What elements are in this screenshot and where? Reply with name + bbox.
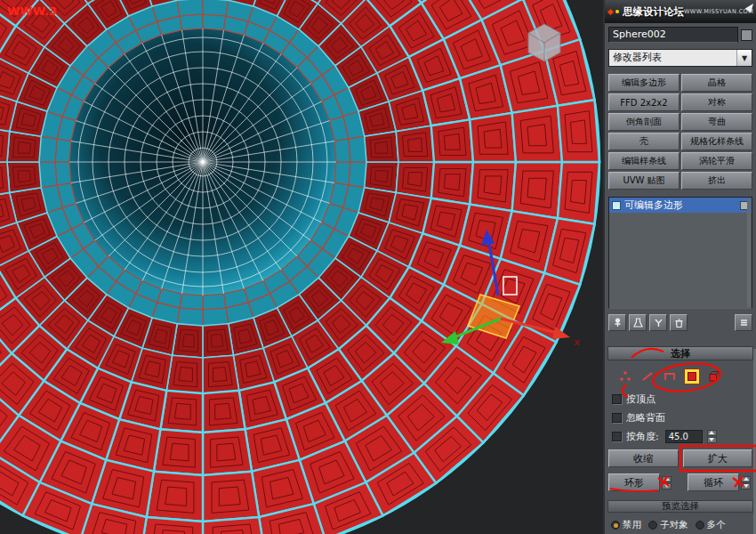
spinner-down-icon[interactable] [709, 438, 714, 441]
radio-subobj-label: 子对象 [660, 519, 688, 531]
radio-selected-icon[interactable] [611, 521, 620, 530]
angle-spinner[interactable] [707, 430, 717, 443]
loop-spinner[interactable] [741, 476, 751, 490]
btn-uvw-map[interactable]: UVW 贴图 [608, 172, 680, 190]
modifier-stack-list[interactable]: 可编辑多边形 [608, 197, 752, 309]
edge-mode-icon[interactable] [639, 368, 655, 384]
editable-poly-icon [612, 201, 621, 210]
spinner-up-icon[interactable] [744, 477, 749, 481]
btn-edit-poly[interactable]: 编辑多边形 [608, 74, 680, 92]
preview-selection-radios: 禁用 子对象 多个 [611, 519, 756, 531]
watermark-header: 思缘设计论坛 WWW.MISSYUAN.COM [605, 0, 756, 23]
pin-stack-button[interactable] [608, 314, 626, 331]
shrink-grow-row: 收缩 扩大 [608, 449, 752, 467]
radio-multiple-label: 多个 [707, 519, 726, 531]
btn-extrude[interactable]: 挤出 [681, 172, 752, 190]
border-mode-icon[interactable] [662, 368, 678, 384]
btn-bevel-profile[interactable]: 倒角剖面 [608, 113, 680, 131]
stack-item-editable-poly[interactable]: 可编辑多边形 [609, 198, 752, 213]
ignore-backfacing-label: 忽略背面 [626, 411, 665, 425]
radio-icon[interactable] [648, 521, 657, 530]
stack-tool-strip [608, 314, 752, 331]
btn-ffd-2x2x2[interactable]: FFD 2x2x2 [608, 93, 680, 111]
object-color-swatch[interactable] [741, 29, 752, 41]
stack-scrollbar[interactable] [747, 198, 751, 307]
ring-spinner[interactable] [662, 476, 672, 490]
viewport-watermark: WWW.3 [7, 4, 57, 18]
checkbox-by-vertex[interactable]: 按顶点 [612, 392, 756, 405]
object-name-field[interactable]: Sphere002 [608, 27, 738, 43]
radio-disable-label: 禁用 [623, 519, 641, 531]
by-angle-checkbox-icon[interactable] [612, 432, 622, 441]
spinner-up-icon[interactable] [664, 477, 670, 481]
checkbox-by-angle[interactable]: 按角度: 45.0 [612, 430, 756, 442]
grow-button[interactable]: 扩大 [683, 449, 753, 467]
selection-rollout-header[interactable]: 选择 [607, 346, 753, 360]
vertex-mode-icon[interactable] [617, 368, 633, 384]
selection-rollout-title: 选择 [671, 347, 690, 360]
modifier-list-label: 修改器列表 [609, 50, 736, 66]
radio-multiple[interactable]: 多个 [696, 519, 726, 531]
modifier-button-grid: 编辑多边形 晶格 FFD 2x2x2 对称 倒角剖面 弯曲 壳 规格化样条线 编… [608, 74, 752, 190]
spinner-up-icon[interactable] [709, 431, 714, 434]
modifier-list-dropdown[interactable]: 修改器列表 ▼ [608, 49, 752, 67]
radio-disable[interactable]: 禁用 [611, 519, 641, 531]
chevron-down-icon[interactable]: ▼ [736, 50, 752, 66]
btn-normalize-spline[interactable]: 规格化样条线 [681, 133, 752, 150]
decor-dot-icon [615, 10, 619, 13]
configure-modifier-sets-button[interactable] [735, 314, 752, 331]
stack-item-label: 可编辑多边形 [624, 198, 683, 212]
make-unique-button[interactable] [649, 314, 667, 331]
btn-shell[interactable]: 壳 [608, 133, 680, 150]
show-end-result-button[interactable] [629, 314, 647, 331]
decor-diamond-icon [607, 8, 614, 14]
btn-symmetry[interactable]: 对称 [681, 93, 752, 111]
ignore-backfacing-checkbox-icon[interactable] [612, 413, 622, 423]
preview-selection-header: 预览选择 [607, 500, 753, 513]
spinner-down-icon[interactable] [664, 484, 670, 488]
by-angle-label: 按角度: [626, 430, 659, 443]
btn-bend[interactable]: 弯曲 [681, 113, 752, 131]
app-window: x WWW.3 思缘设计论坛 WWW.MISSYUAN.COM Sphere00… [0, 0, 756, 534]
ring-loop-row: 环形 循环 [608, 473, 752, 491]
watermark-brand: 思缘设计论坛 [623, 5, 684, 19]
btn-lattice[interactable]: 晶格 [681, 74, 752, 92]
viewport-3d[interactable]: x WWW.3 [0, 0, 603, 534]
ring-button[interactable]: 环形 [608, 473, 660, 491]
btn-edit-spline[interactable]: 编辑样条线 [608, 152, 680, 170]
remove-modifier-button[interactable] [670, 314, 688, 331]
loop-button[interactable]: 循环 [688, 473, 739, 491]
btn-turbosmooth[interactable]: 涡轮平滑 [681, 152, 752, 170]
angle-threshold-field[interactable]: 45.0 [665, 430, 703, 443]
radio-icon[interactable] [696, 521, 704, 530]
spinner-down-icon[interactable] [744, 484, 749, 488]
by-vertex-checkbox-icon[interactable] [612, 394, 622, 404]
axis-x-label: x [574, 336, 580, 348]
checkbox-ignore-backfacing[interactable]: 忽略背面 [612, 411, 756, 424]
command-panel: 思缘设计论坛 WWW.MISSYUAN.COM Sphere002 修改器列表 … [603, 0, 756, 534]
element-mode-icon[interactable] [706, 368, 722, 384]
shrink-button[interactable]: 收缩 [608, 449, 679, 467]
polygon-mode-icon[interactable] [684, 368, 700, 384]
by-vertex-label: 按顶点 [626, 392, 655, 406]
subobject-mode-row [617, 367, 756, 386]
preview-selection-title: 预览选择 [662, 500, 699, 513]
radio-subobj[interactable]: 子对象 [648, 519, 688, 531]
